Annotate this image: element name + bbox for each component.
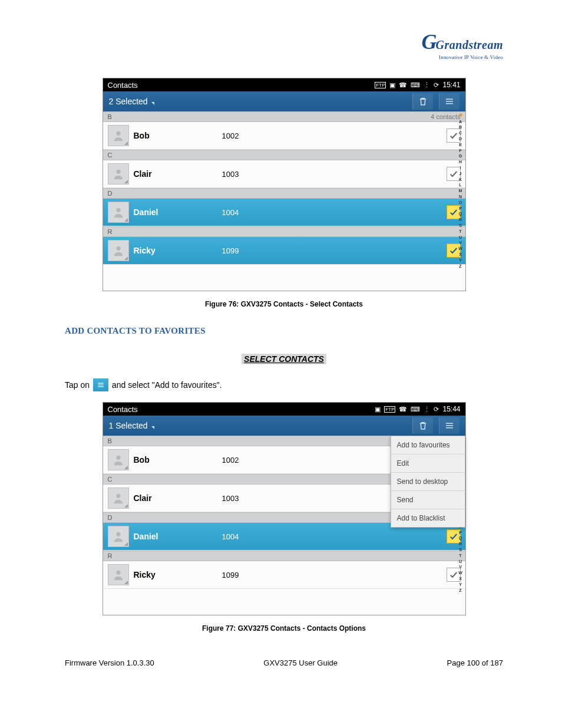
contact-number: 1099 <box>222 246 239 255</box>
menu-item[interactable]: Add to favourites <box>391 436 465 454</box>
avatar-icon <box>108 125 129 146</box>
menu-item[interactable]: Send to desktop <box>391 473 465 491</box>
az-letter[interactable]: L <box>457 182 464 188</box>
az-letter[interactable]: Y <box>457 258 464 263</box>
section-heading: ADD CONTACTS TO FAVORITES <box>65 326 503 336</box>
contact-name: Clair <box>134 493 222 503</box>
selection-header: 1 Selected <box>103 416 465 436</box>
trash-icon <box>418 96 428 107</box>
clock-text: 15:41 <box>442 81 460 89</box>
section-header: D <box>103 188 465 199</box>
selection-header: 2 Selected <box>103 91 465 111</box>
contact-row[interactable]: Daniel1004 <box>103 199 465 226</box>
contact-name: Daniel <box>134 532 222 541</box>
menu-button[interactable] <box>439 417 459 434</box>
status-bar: Contacts ▣ FTP ☎ ⌨ ⋮ ⟳ 15:44 <box>103 403 465 416</box>
svg-point-4 <box>116 456 120 460</box>
avatar-icon <box>108 202 129 223</box>
az-letter[interactable]: H <box>457 159 464 165</box>
contact-number: 1002 <box>222 131 239 140</box>
dropdown-triangle-icon[interactable] <box>151 102 154 105</box>
avatar-icon <box>108 449 129 470</box>
sub-heading: SELECT CONTACTS <box>65 354 503 364</box>
avatar-icon <box>108 564 129 585</box>
section-header: C <box>103 150 465 160</box>
menu-button[interactable] <box>439 93 459 110</box>
contact-name: Daniel <box>134 207 222 217</box>
az-letter[interactable]: A <box>457 119 464 125</box>
az-letter[interactable]: T <box>457 553 464 559</box>
az-index[interactable]: ★ ABCDEFGHIJKLMNOPQRSTUVWXYZ <box>457 111 464 291</box>
az-letter[interactable]: D <box>457 136 464 142</box>
az-letter[interactable]: E <box>457 142 464 148</box>
page-footer: Firmware Version 1.0.3.30 GXV3275 User G… <box>65 658 503 667</box>
az-letter[interactable]: Z <box>457 588 464 594</box>
delete-button[interactable] <box>412 417 433 434</box>
svg-point-6 <box>116 532 120 536</box>
contact-number: 1003 <box>222 494 239 503</box>
contact-name: Ricky <box>134 246 222 255</box>
contact-number: 1099 <box>222 571 239 579</box>
page-number: Page 100 of 187 <box>447 658 503 667</box>
bluetooth-icon: ⋮ <box>424 406 430 413</box>
contact-row[interactable]: Ricky1099 <box>103 237 465 265</box>
az-letter[interactable]: C <box>457 130 464 136</box>
az-letter[interactable]: T <box>457 229 464 235</box>
az-letter[interactable]: S <box>457 223 464 229</box>
star-icon[interactable]: ★ <box>457 111 464 119</box>
sync-icon: ⟳ <box>434 81 439 89</box>
dropdown-triangle-icon[interactable] <box>151 426 154 429</box>
az-letter[interactable]: R <box>457 541 464 547</box>
az-letter[interactable]: W <box>457 570 464 576</box>
az-letter[interactable]: Y <box>457 582 464 588</box>
avatar-icon <box>108 526 129 547</box>
az-letter[interactable]: F <box>457 148 464 154</box>
contact-count: 4 contacts <box>431 113 460 120</box>
contact-name: Clair <box>134 169 222 179</box>
contact-row[interactable]: Bob1002 <box>103 122 465 150</box>
selected-count[interactable]: 2 Selected <box>109 97 148 106</box>
contact-row[interactable]: Clair1003 <box>103 160 465 188</box>
selected-count[interactable]: 1 Selected <box>109 421 148 430</box>
az-letter[interactable]: G <box>457 153 464 159</box>
az-letter[interactable]: S <box>457 547 464 553</box>
az-letter[interactable]: P <box>457 206 464 212</box>
figure-77-screenshot: Contacts ▣ FTP ☎ ⌨ ⋮ ⟳ 15:44 1 Selected <box>103 402 466 615</box>
svg-point-7 <box>116 571 120 575</box>
az-letter[interactable]: I <box>457 165 464 171</box>
az-letter[interactable]: Q <box>457 211 464 217</box>
instruction-text: Tap on and select "Add to favourites". <box>65 378 503 391</box>
menu-item[interactable]: Edit <box>391 454 465 473</box>
az-letter[interactable]: O <box>457 200 464 206</box>
contact-row[interactable]: Ricky1099 <box>103 561 465 589</box>
az-letter[interactable]: N <box>457 194 464 200</box>
az-letter[interactable]: K <box>457 177 464 183</box>
contact-number: 1002 <box>222 456 239 465</box>
az-letter[interactable]: B <box>457 124 464 130</box>
az-letter[interactable]: W <box>457 246 464 252</box>
contact-number: 1004 <box>222 208 239 217</box>
az-letter[interactable]: V <box>457 564 464 570</box>
az-letter[interactable]: Z <box>457 263 464 269</box>
az-letter[interactable]: X <box>457 576 464 582</box>
clock-text: 15:44 <box>442 405 460 413</box>
az-letter[interactable]: U <box>457 559 464 565</box>
az-letter[interactable]: V <box>457 240 464 246</box>
az-letter[interactable]: Q <box>457 535 464 541</box>
svg-point-5 <box>116 494 120 498</box>
delete-button[interactable] <box>412 93 433 110</box>
avatar-icon <box>108 163 129 185</box>
doc-title: GXV3275 User Guide <box>263 658 338 667</box>
brand-logo: GGrandstream Innovative IP Voice & Video <box>65 29 503 60</box>
app-title: Contacts <box>108 405 375 414</box>
menu-icon <box>444 96 455 107</box>
menu-item[interactable]: Send <box>391 491 465 509</box>
menu-item[interactable]: Add to Blacklist <box>391 509 465 527</box>
az-letter[interactable]: P <box>457 530 464 536</box>
az-letter[interactable]: J <box>457 171 464 177</box>
az-letter[interactable]: R <box>457 217 464 223</box>
az-letter[interactable]: X <box>457 252 464 258</box>
az-letter[interactable]: U <box>457 235 464 241</box>
az-letter[interactable]: M <box>457 188 464 194</box>
svg-point-2 <box>116 208 120 212</box>
